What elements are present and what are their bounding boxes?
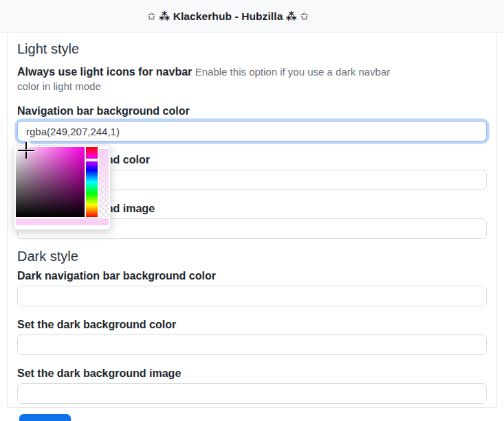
dark-bg-image-group: Set the dark background image <box>17 367 487 404</box>
dark-bg-image-input[interactable] <box>17 383 487 404</box>
site-title: ✩ ⁂ Klackerhub - Hubzilla ⁂ ✩ <box>147 10 309 23</box>
top-navbar: ✩ ⁂ Klackerhub - Hubzilla ⁂ ✩ <box>0 0 504 33</box>
light-icons-label: Always use light icons for navbar <box>17 66 192 78</box>
dark-style-heading: Dark style <box>17 247 487 265</box>
navbar-bg-color-group: Navigation bar background color <box>17 104 487 141</box>
dark-navbar-bg-color-label: Dark navigation bar background color <box>17 269 487 282</box>
color-picker-body <box>16 147 109 217</box>
navbar-bg-color-label: Navigation bar background color <box>17 104 487 117</box>
dark-bg-color-input[interactable] <box>17 334 487 355</box>
light-icons-setting-row: Always use light icons for navbar Enable… <box>17 65 487 93</box>
dark-bg-color-label: Set the dark background color <box>17 318 487 331</box>
theme-settings-panel: Light style Always use light icons for n… <box>7 33 497 408</box>
dark-bg-image-label: Set the dark background image <box>17 367 487 380</box>
dark-navbar-bg-color-group: Dark navigation bar background color <box>17 269 487 306</box>
hue-slider-marker[interactable] <box>86 159 98 161</box>
color-picker-popup <box>14 145 111 230</box>
dark-navbar-bg-color-input[interactable] <box>17 286 487 306</box>
crosshair-cursor-icon[interactable] <box>18 142 34 159</box>
navbar-bg-color-input[interactable] <box>17 121 487 141</box>
saturation-lightness-grid[interactable] <box>16 147 85 217</box>
submit-area: Submit <box>19 414 504 421</box>
submit-button[interactable]: Submit <box>19 414 71 421</box>
hue-slider[interactable] <box>86 147 98 217</box>
alpha-slider[interactable] <box>99 147 109 217</box>
alpha-slider-marker[interactable] <box>99 147 109 149</box>
light-style-heading: Light style <box>17 40 487 58</box>
dark-bg-color-group: Set the dark background color <box>17 318 487 355</box>
selected-color-swatch <box>16 218 109 225</box>
